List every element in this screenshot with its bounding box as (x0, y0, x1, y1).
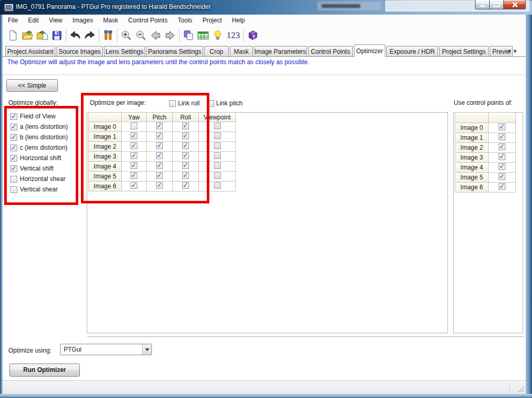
checkbox[interactable] (182, 172, 189, 179)
link-pitch-checkbox[interactable]: Link pitch (207, 100, 243, 107)
next-icon[interactable] (163, 28, 178, 43)
checkbox[interactable] (156, 172, 163, 179)
maximize-button[interactable] (490, 0, 503, 9)
checkbox[interactable] (131, 162, 137, 169)
checkbox[interactable] (131, 182, 137, 189)
resize-grip[interactable] (517, 385, 524, 392)
close-button[interactable] (503, 0, 526, 9)
optimizer-engine-select[interactable]: PTGui (60, 344, 152, 355)
dropdown-button[interactable] (142, 344, 151, 355)
checkbox[interactable] (182, 152, 189, 159)
global-option-vertical-shear[interactable]: Vertical shear (10, 185, 58, 194)
checkbox[interactable] (10, 134, 17, 141)
open-copy-icon[interactable] (35, 28, 50, 43)
tab-source-images[interactable]: Source Images (56, 46, 103, 56)
global-option-c-lens[interactable]: c (lens distortion) (10, 143, 67, 152)
checkbox[interactable] (10, 186, 17, 193)
tab-scroll-right-button[interactable] (512, 47, 518, 55)
tab-exposure-hdr[interactable]: Exposure / HDR (386, 46, 438, 56)
new-project-icon[interactable] (6, 28, 20, 43)
menu-help[interactable]: Help (228, 15, 249, 27)
checkbox[interactable] (207, 100, 214, 107)
duplicate-icon[interactable] (181, 28, 196, 43)
menu-images[interactable]: Images (68, 15, 97, 27)
checkbox[interactable] (131, 123, 137, 129)
menu-file[interactable]: File (4, 15, 22, 27)
menu-view[interactable]: View (45, 15, 67, 27)
checkbox[interactable] (214, 182, 221, 189)
tab-lens-settings[interactable]: Lens Settings (104, 46, 145, 56)
checkbox[interactable] (131, 142, 137, 149)
checkbox[interactable] (499, 134, 505, 140)
link-roll-checkbox[interactable]: Link roll (169, 100, 199, 107)
global-option-horizontal-shear[interactable]: Horizontal shear (10, 175, 65, 183)
previous-icon[interactable] (148, 28, 163, 43)
open-project-icon[interactable] (20, 28, 35, 43)
checkbox[interactable] (214, 132, 221, 139)
checkbox[interactable] (214, 172, 221, 179)
menu-tools[interactable]: Tools (173, 15, 196, 27)
checkbox[interactable] (156, 182, 163, 189)
tab-scroll-left-button[interactable] (506, 47, 512, 55)
tools-icon[interactable] (101, 28, 115, 43)
zoom-in-icon[interactable] (119, 28, 134, 43)
help-book-icon[interactable]: ? (245, 28, 260, 43)
menu-control-points[interactable]: Control Points (124, 15, 172, 27)
tab-image-parameters[interactable]: Image Parameters (254, 46, 307, 56)
checkbox[interactable] (156, 132, 163, 139)
menu-project[interactable]: Project (198, 15, 226, 27)
tab-control-points[interactable]: Control Points (308, 46, 353, 56)
table-icon[interactable] (196, 28, 210, 43)
tab-crop[interactable]: Crop (204, 46, 229, 56)
checkbox[interactable] (169, 100, 176, 107)
checkbox[interactable] (182, 142, 189, 149)
checkbox[interactable] (214, 162, 221, 169)
checkbox[interactable] (499, 173, 505, 180)
checkbox[interactable] (214, 142, 221, 149)
checkbox[interactable] (182, 132, 189, 139)
checkbox[interactable] (499, 183, 505, 190)
undo-icon[interactable] (68, 28, 82, 43)
checkbox[interactable] (10, 155, 17, 162)
checkbox[interactable] (182, 162, 189, 169)
checkbox[interactable] (214, 152, 221, 159)
checkbox[interactable] (182, 182, 189, 189)
global-option-horizontal-shift[interactable]: Horizontal shift (10, 154, 61, 162)
checkbox[interactable] (10, 124, 17, 130)
tab-project-settings[interactable]: Project Settings (439, 46, 489, 56)
redo-icon[interactable] (82, 28, 97, 43)
checkbox[interactable] (156, 142, 163, 149)
run-optimizer-button[interactable]: Run Optimizer (9, 364, 80, 377)
checkbox[interactable] (131, 132, 137, 139)
menu-edit[interactable]: Edit (24, 15, 43, 27)
bulb-icon[interactable] (210, 28, 225, 43)
minimize-button[interactable] (475, 0, 490, 9)
global-option-field-of-view[interactable]: Field of View (10, 112, 55, 120)
checkbox[interactable] (214, 123, 221, 129)
simple-mode-button[interactable]: << Simple (6, 79, 58, 92)
tab-optimizer[interactable]: Optimizer (354, 44, 385, 57)
save-icon[interactable] (50, 28, 64, 43)
global-option-b-lens[interactable]: b (lens distortion) (10, 133, 68, 141)
checkbox[interactable] (131, 152, 137, 159)
checkbox[interactable] (499, 153, 505, 160)
checkbox[interactable] (499, 163, 505, 170)
checkbox[interactable] (156, 123, 163, 129)
checkbox[interactable] (10, 113, 17, 120)
checkbox[interactable] (182, 123, 189, 129)
title-bar[interactable]: IMG_0791 Panorama - PTGui Pro registered… (0, 0, 532, 15)
checkbox[interactable] (156, 162, 163, 169)
numbers-icon[interactable]: 123 (225, 30, 242, 41)
checkbox[interactable] (156, 152, 163, 159)
tab-panorama-settings[interactable]: Panorama Settings (146, 46, 203, 56)
global-option-vertical-shift[interactable]: Vertical shift (10, 164, 54, 173)
global-option-a-lens[interactable]: a (lens distortion) (10, 123, 68, 131)
checkbox[interactable] (499, 124, 505, 130)
checkbox[interactable] (131, 172, 137, 179)
zoom-out-icon[interactable] (134, 28, 148, 43)
checkbox[interactable] (499, 143, 505, 150)
checkbox[interactable] (10, 176, 17, 183)
checkbox[interactable] (10, 144, 17, 151)
checkbox[interactable] (10, 165, 17, 172)
menu-mask[interactable]: Mask (99, 15, 123, 27)
